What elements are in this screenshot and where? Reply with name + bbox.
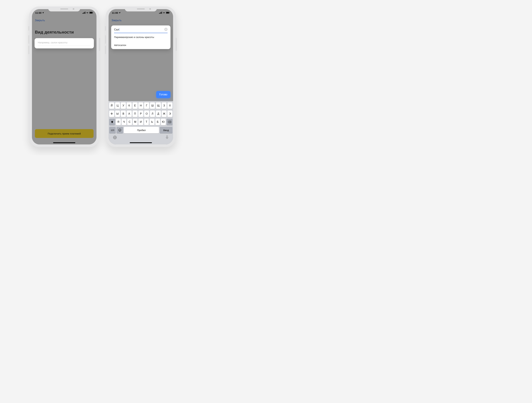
keyboard-key[interactable]: Н (138, 102, 143, 109)
keyboard-key[interactable]: Р (138, 110, 143, 117)
volume-down-button (105, 46, 106, 54)
svg-rect-1 (83, 13, 84, 14)
power-button (176, 38, 177, 51)
svg-rect-9 (161, 12, 161, 14)
keyboard-key[interactable]: З (162, 102, 167, 109)
shift-icon (111, 121, 114, 123)
backspace-icon (168, 121, 171, 123)
keyboard-key[interactable]: С (127, 119, 132, 125)
search-input[interactable]: Сал (114, 28, 168, 33)
stage: 11:00 Закрыть Вид деятельности Подключит… (0, 0, 205, 155)
signal-icon (159, 12, 162, 14)
svg-rect-6 (93, 12, 93, 13)
keyboard-key[interactable]: Ш (150, 102, 155, 109)
silence-switch (28, 26, 29, 31)
done-label: Готово (159, 93, 167, 96)
keyboard-key[interactable]: Ж (162, 110, 167, 117)
home-indicator[interactable] (53, 142, 75, 143)
suggestion-item[interactable]: Парикмахерские и салоны красоты (114, 33, 168, 41)
location-icon (119, 12, 120, 14)
location-icon (42, 12, 44, 14)
battery-icon (166, 12, 170, 14)
status-time: 11:00 (35, 11, 41, 14)
content-left: Закрыть Вид деятельности (32, 16, 96, 144)
keyboard-key[interactable]: О (144, 110, 149, 117)
keyboard-key[interactable]: Д (156, 110, 161, 117)
keyboard-key[interactable]: Э (167, 110, 172, 117)
signal-icon (82, 12, 85, 14)
power-button (99, 38, 100, 51)
screen-right: 11:00 Закрыть ЙЦУКЕНГШЩЗХ ФЫВАПРОЛДЖЭ ЯЧ… (108, 9, 173, 144)
keyboard-key[interactable]: Й (109, 102, 114, 109)
search-suggestions-card: Сал Парикмахерские и салоны красоты Авто… (111, 26, 171, 49)
keyboard-emoji-key[interactable] (117, 127, 123, 133)
keyboard-key[interactable]: Ю (161, 119, 166, 125)
wifi-icon (163, 12, 165, 14)
keyboard-key[interactable]: Ц (115, 102, 120, 109)
svg-rect-8 (160, 13, 160, 14)
phone-frame-left: 11:00 Закрыть Вид деятельности Подключит… (29, 6, 99, 147)
battery-icon (89, 12, 93, 14)
keyboard-key[interactable]: Ь (150, 119, 154, 125)
status-time: 11:00 (112, 11, 118, 14)
keyboard-key[interactable]: К (127, 102, 132, 109)
text-caret (119, 28, 119, 31)
svg-rect-19 (167, 136, 168, 138)
svg-point-16 (120, 130, 120, 130)
svg-rect-12 (166, 12, 169, 13)
silence-switch (105, 26, 106, 31)
connect-payments-button[interactable]: Подключить прием платежей (35, 129, 94, 138)
keyboard-abc-key[interactable]: 123 (109, 127, 116, 133)
keyboard-key[interactable]: Т (144, 119, 149, 125)
notch (125, 6, 157, 11)
keyboard-key[interactable]: П (133, 110, 138, 117)
keyboard-key[interactable]: А (127, 110, 132, 117)
wifi-icon (86, 12, 89, 14)
keyboard-key[interactable]: Л (150, 110, 155, 117)
suggestion-item[interactable]: Автосалон (114, 41, 168, 49)
svg-rect-0 (82, 13, 83, 14)
search-input[interactable]: Например, салон красоты (38, 41, 91, 46)
close-button[interactable]: Закрыть (35, 19, 45, 22)
keyboard-key[interactable]: В (121, 110, 126, 117)
search-value: Сал (114, 28, 119, 31)
search-card[interactable]: Например, салон красоты (35, 38, 94, 48)
keyboard-space-key[interactable]: Пробел (124, 127, 159, 133)
svg-rect-2 (84, 12, 85, 14)
keyboard-key[interactable]: Я (116, 119, 121, 125)
keyboard-key[interactable]: Е (133, 102, 138, 109)
home-indicator[interactable] (130, 142, 152, 143)
clear-input-button[interactable] (164, 28, 168, 31)
svg-rect-13 (169, 12, 170, 13)
keyboard-shift-key[interactable] (109, 119, 115, 125)
keyboard-enter-key[interactable]: Ввод (160, 127, 172, 133)
keyboard-key[interactable]: Х (167, 102, 172, 109)
keyboard-key[interactable]: Г (144, 102, 149, 109)
close-button[interactable]: Закрыть (112, 19, 122, 22)
svg-rect-3 (85, 12, 85, 14)
svg-point-15 (119, 130, 120, 130)
keyboard-key[interactable]: Ы (115, 110, 120, 117)
keyboard-key[interactable]: У (121, 102, 126, 109)
emoji-icon (118, 128, 121, 132)
keyboard-key[interactable]: Ф (109, 110, 114, 117)
keyboard[interactable]: ЙЦУКЕНГШЩЗХ ФЫВАПРОЛДЖЭ ЯЧСМИТЬБЮ 123 Пр… (108, 101, 173, 144)
keyboard-key[interactable]: М (133, 119, 138, 125)
done-button[interactable]: Готово (156, 91, 171, 98)
volume-up-button (105, 35, 106, 44)
screen-left: 11:00 Закрыть Вид деятельности Подключит… (32, 9, 96, 144)
phone-frame-right: 11:00 Закрыть ЙЦУКЕНГШЩЗХ ФЫВАПРОЛДЖЭ ЯЧ… (106, 6, 176, 147)
notch (48, 6, 80, 11)
mic-icon[interactable] (165, 135, 169, 140)
volume-down-button (28, 46, 29, 54)
keyboard-key[interactable]: И (138, 119, 143, 125)
keyboard-key[interactable]: Ч (122, 119, 127, 125)
svg-point-14 (119, 129, 121, 131)
keyboard-backspace-key[interactable] (167, 119, 172, 125)
globe-icon[interactable] (113, 135, 117, 140)
svg-rect-5 (90, 12, 92, 13)
keyboard-key[interactable]: Б (155, 119, 160, 125)
page-title: Вид деятельности (35, 30, 94, 35)
keyboard-key[interactable]: Щ (156, 102, 161, 109)
search-placeholder: Например, салон красоты (38, 41, 68, 44)
